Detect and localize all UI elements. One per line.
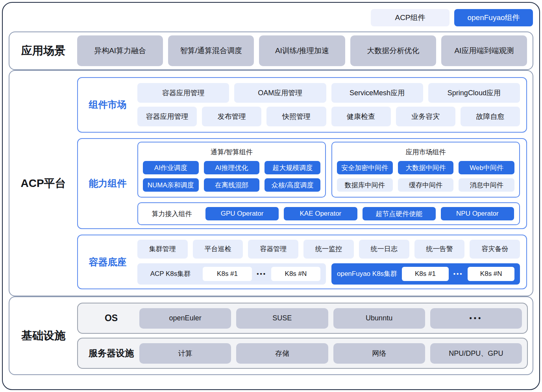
server-row: 服务器设施 计算 存储 网络 NPU/DPU、GPU: [77, 338, 528, 369]
component-market-title: 组件市场: [78, 98, 137, 111]
section-acp-platform: ACP平台 组件市场 容器应用管理 OAM应用管理 ServiceMesh应用 …: [9, 70, 533, 296]
market-chip: OAM应用管理: [234, 83, 326, 103]
os-chip: Ubunntu: [333, 308, 425, 329]
app-scenarios-title: 应用场景: [9, 32, 77, 69]
server-chip: 计算: [139, 343, 231, 364]
acp-platform-title: ACP平台: [9, 71, 77, 296]
acp-k8s-cluster: ACP K8s集群 K8s #1 ••• K8s #N: [137, 263, 326, 285]
market-chip: 业务容灾: [396, 107, 455, 126]
container-base-title: 容器底座: [78, 256, 137, 268]
os-row: OS openEuler SUSE Ubunntu •••: [77, 303, 528, 334]
group-general-compute: 通算/智算组件 AI作业调度 AI推理优化 超大规模调度 NUMA亲和调度 在离…: [137, 142, 326, 198]
capability-button: AI推理优化: [204, 161, 260, 174]
scenario-chip: 异构AI算力融合: [77, 35, 163, 66]
market-chip: ServiceMesh应用: [331, 83, 423, 103]
ellipsis: •••: [453, 270, 463, 277]
os-chip: SUSE: [236, 308, 328, 329]
group-app-market: 应用市场组件 安全加密中间件 大数据中间件 Web中间件 数据库中间件 缓存中间…: [331, 142, 520, 198]
server-chip: 存储: [236, 343, 328, 364]
scenario-chip: 智算/通算混合调度: [168, 35, 254, 66]
market-chip: 容器应用管理: [137, 83, 229, 103]
infrastructure-title: 基础设施: [9, 297, 77, 374]
middleware-button: 缓存中间件: [398, 178, 454, 192]
k8s-node: K8s #N: [468, 267, 514, 281]
os-row-title: OS: [83, 313, 139, 324]
middleware-button: 数据库中间件: [337, 178, 393, 192]
subsection-component-market: 组件市场 容器应用管理 OAM应用管理 ServiceMesh应用 Spring…: [77, 77, 527, 133]
base-chip: 容灾备份: [470, 240, 520, 259]
base-chip: 统一日志: [359, 240, 409, 259]
ellipsis: •••: [257, 270, 266, 277]
market-chip: 发布管理: [202, 107, 261, 126]
section-infrastructure: 基础设施 OS openEuler SUSE Ubunntu ••• 服务器设施…: [9, 296, 533, 375]
capability-button: AI作业调度: [143, 161, 199, 174]
legend: ACP组件 openFuyao组件: [3, 9, 539, 26]
os-chip-ellipsis: •••: [430, 308, 522, 329]
architecture-diagram: ACP组件 openFuyao组件 应用场景 异构AI算力融合 智算/通算混合调…: [2, 2, 540, 390]
section-app-scenarios: 应用场景 异构AI算力融合 智算/通算混合调度 AI训练/推理加速 大数据分析优…: [9, 31, 533, 70]
market-chip: 容器应用管理: [137, 107, 197, 126]
capability-button: 在离线混部: [204, 178, 260, 192]
k8s-node: K8s #1: [402, 267, 449, 281]
k8s-node: K8s #N: [271, 267, 320, 281]
capability-button: NUMA亲和调度: [143, 178, 199, 192]
capability-title: 能力组件: [78, 177, 137, 190]
group-general-compute-title: 通算/智算组件: [143, 147, 320, 157]
subsection-capability-components: 能力组件 通算/智算组件 AI作业调度 AI推理优化 超大规模调度 NUMA亲和…: [77, 138, 527, 229]
base-chip: 统一监控: [303, 240, 354, 259]
market-chip: 健康检查: [331, 107, 391, 126]
middleware-button: 消息中间件: [459, 178, 514, 192]
capability-button: 众核/高度调度: [265, 178, 320, 192]
operator-button: 超节点硬件使能: [363, 207, 436, 220]
openfuyao-k8s-cluster-label: openFuyao K8s集群: [337, 269, 397, 278]
server-chip: NPU/DPU、GPU: [430, 343, 522, 364]
scenario-chip: AI训练/推理加速: [259, 35, 345, 66]
middleware-button: Web中间件: [459, 161, 514, 174]
scenario-chip: 大数据分析优化: [350, 35, 436, 66]
legend-acp-component[interactable]: ACP组件: [371, 9, 450, 26]
capability-button: 超大规模调度: [265, 161, 320, 174]
k8s-node: K8s #1: [203, 267, 252, 281]
middleware-button: 大数据中间件: [398, 161, 454, 174]
market-chip: 快照管理: [266, 107, 326, 126]
middleware-button: 安全加密中间件: [337, 161, 393, 174]
market-chip: 故障自愈: [461, 107, 520, 126]
base-chip: 统一告警: [414, 240, 465, 259]
server-row-title: 服务器设施: [83, 347, 139, 359]
legend-openfuyao-component[interactable]: openFuyao组件: [454, 9, 533, 26]
market-chip: SpringCloud应用: [428, 83, 520, 103]
group-app-market-title: 应用市场组件: [337, 147, 514, 157]
operator-button: GPU Operator: [205, 207, 279, 220]
operator-button: NPU Operator: [441, 207, 514, 220]
compute-access-title: 算力接入组件: [143, 209, 200, 218]
subsection-container-base: 容器底座 集群管理 平台巡检 容器管理 统一监控 统一日志 统一告警 容灾备份 …: [77, 235, 527, 289]
os-chip: openEuler: [139, 308, 231, 329]
base-chip: 集群管理: [137, 240, 188, 259]
base-chip: 平台巡检: [193, 240, 243, 259]
acp-k8s-cluster-label: ACP K8s集群: [143, 269, 198, 278]
openfuyao-k8s-cluster: openFuyao K8s集群 K8s #1 ••• K8s #N: [331, 263, 520, 285]
operator-button: KAE Operator: [284, 207, 357, 220]
server-chip: 网络: [333, 343, 425, 364]
scenario-chip: AI应用端到端观测: [441, 35, 527, 66]
base-chip: 容器管理: [248, 240, 298, 259]
group-compute-access: 算力接入组件 GPU Operator KAE Operator 超节点硬件使能…: [137, 202, 520, 225]
